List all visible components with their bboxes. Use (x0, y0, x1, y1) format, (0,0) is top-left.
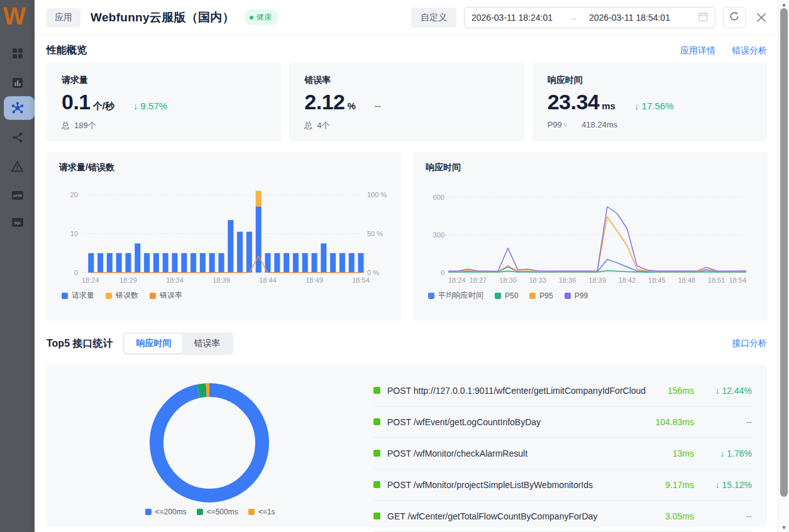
svg-text:0: 0 (441, 269, 444, 276)
endpoint-color-dot (373, 513, 380, 519)
svg-text:18:39: 18:39 (588, 276, 606, 284)
close-icon[interactable] (756, 12, 767, 23)
response-time-chart-card: 响应时间 030060018:2418:2718:3018:3318:3618:… (413, 152, 768, 321)
endpoint-row[interactable]: POST http://127.0.0.1:9011/wfCenter/getL… (373, 375, 752, 406)
svg-text:300: 300 (433, 231, 444, 239)
svg-text:100 %: 100 % (367, 191, 387, 198)
custom-range-button[interactable]: 自定义 (411, 8, 456, 28)
endpoint-list: POST http://127.0.0.1:9011/wfCenter/getL… (373, 364, 767, 528)
svg-text:18:24: 18:24 (448, 276, 466, 284)
endpoint-name: POST http://127.0.0.1:9011/wfCenter/getL… (387, 386, 660, 396)
sidebar-item-apm[interactable] (0, 100, 35, 116)
sidebar-item-dashboard[interactable] (0, 75, 35, 91)
response-time-legend: 平均响应时间P50P95P99 (426, 290, 755, 301)
svg-text:0 %: 0 % (367, 269, 379, 276)
legend-swatch (495, 293, 501, 299)
api-analysis-link[interactable]: 接口分析 (732, 338, 767, 349)
date-start-value[interactable]: 2026-03-11 18:24:01 (472, 13, 553, 23)
svg-text:18:48: 18:48 (678, 276, 695, 284)
app-overview-modal: 应用 Webfunny云服版（国内） 健康 自定义 2026-03-11 18:… (35, 0, 778, 532)
legend-item[interactable]: P95 (529, 290, 553, 301)
status-badge: 健康 (245, 9, 278, 25)
sidebar-item-links[interactable] (0, 129, 35, 146)
legend-item[interactable]: <=500ms (197, 508, 238, 516)
latency-distribution-chart[interactable] (128, 361, 291, 524)
share-icon (12, 132, 23, 143)
scrollbar[interactable]: ▲ ▼ (778, 0, 789, 532)
legend-swatch (529, 293, 536, 299)
endpoint-name: POST /wfMonitor/projectSimpleListByWebmo… (387, 480, 658, 490)
legend-item[interactable]: 错误数 (106, 290, 138, 301)
modal-header: 应用 Webfunny云服版（国内） 健康 自定义 2026-03-11 18:… (35, 0, 778, 35)
tab-response-time[interactable]: 响应时间 (124, 334, 182, 353)
tab-error-rate[interactable]: 错误率 (182, 334, 231, 353)
endpoint-row[interactable]: GET /wfCenter/getTotalFlowCountByCompany… (373, 501, 752, 532)
refresh-icon (729, 11, 739, 24)
svg-text:18:45: 18:45 (648, 276, 666, 284)
endpoint-time: 13ms (673, 448, 694, 459)
legend-item[interactable]: P99 (565, 290, 588, 301)
requests-errors-chart[interactable]: 201000 %50 %100 %18:2418:2918:3418:3918:… (59, 178, 389, 286)
endpoint-color-dot (373, 418, 380, 425)
legend-swatch (150, 293, 156, 299)
legend-swatch (197, 509, 203, 515)
endpoint-time: 9.17ms (665, 480, 694, 490)
chart-title-response-time: 响应时间 (426, 162, 755, 173)
error-analysis-link[interactable]: 错误分析 (732, 45, 767, 57)
legend-swatch (62, 293, 68, 299)
apps-icon (12, 48, 23, 59)
legend-swatch (248, 509, 255, 515)
response-time-chart[interactable]: 030060018:2418:2718:3018:3318:3618:3918:… (426, 178, 755, 286)
sidebar-item-alerts[interactable] (0, 158, 35, 175)
svg-text:18:29: 18:29 (119, 276, 137, 284)
legend-item[interactable]: P50 (495, 290, 518, 301)
top5-tab-group: 响应时间 错误率 (123, 332, 233, 355)
svg-text:18:49: 18:49 (306, 276, 323, 284)
legend-item[interactable]: 平均响应时间 (428, 290, 483, 301)
svg-text:HTTP: HTTP (13, 194, 22, 198)
svg-text:18:30: 18:30 (499, 276, 517, 284)
date-range-picker[interactable]: 2026-03-11 18:24:01 → 2026-03-11 18:54:0… (464, 7, 715, 28)
legend-item[interactable]: 错误率 (150, 290, 182, 301)
scroll-up-icon[interactable]: ▲ (778, 0, 789, 9)
sidebar-item-http[interactable]: HTTP (0, 187, 35, 204)
svg-text:20: 20 (70, 191, 78, 198)
error-rate-value: 2.12 (304, 90, 345, 114)
app-type-badge: 应用 (47, 8, 80, 27)
endpoint-change: -- (694, 417, 752, 427)
endpoint-change: -- (694, 511, 752, 521)
p99-selector[interactable]: P99 (548, 120, 562, 129)
stat-card-response-time: 响应时间 23.34 ms ↓ 17.56% P99 ∨ 418.24ms (532, 63, 767, 141)
health-dot-icon (250, 16, 253, 19)
svg-text:18:34: 18:34 (166, 276, 184, 284)
app-detail-link[interactable]: 应用详情 (680, 45, 715, 57)
svg-text:600: 600 (433, 193, 444, 201)
endpoint-row[interactable]: POST /wfMonitor/checkAlarmResult13ms↓ 1.… (373, 438, 752, 469)
legend-item[interactable]: <=200ms (145, 508, 187, 516)
response-time-value: 23.34 (548, 90, 600, 114)
latency-distribution-legend: <=200ms<=500ms<=1s (47, 508, 373, 516)
scroll-down-icon[interactable]: ▼ (778, 523, 789, 532)
bar-chart-icon (12, 77, 23, 89)
legend-swatch (145, 509, 152, 515)
network-icon (11, 102, 24, 114)
refresh-button[interactable] (723, 7, 746, 28)
endpoint-row[interactable]: POST /wfEvent/getLogCountInfoByDay104.83… (373, 406, 752, 438)
legend-item[interactable]: <=1s (248, 508, 275, 516)
endpoint-color-dot (373, 481, 380, 488)
section-title-top5: Top5 接口统计 (47, 337, 113, 350)
endpoint-row[interactable]: POST /wfMonitor/projectSimpleListByWebmo… (373, 469, 752, 501)
scrollbar-thumb[interactable] (780, 8, 788, 497)
date-end-value[interactable]: 2026-03-11 18:54:01 (589, 13, 670, 23)
requests-change: ↓ 9.57% (133, 100, 167, 111)
svg-text:18:42: 18:42 (619, 276, 636, 284)
svg-text:18:39: 18:39 (212, 276, 230, 284)
legend-item[interactable]: 请求量 (62, 290, 94, 301)
endpoint-change: ↓ 12.44% (694, 386, 752, 396)
svg-text:50 %: 50 % (367, 230, 383, 237)
sidebar-item-apps[interactable] (0, 45, 35, 62)
legend-swatch (565, 293, 571, 299)
svg-text:0: 0 (74, 269, 78, 276)
sidebar-item-sql[interactable]: SQL (0, 214, 35, 231)
alert-icon (11, 161, 23, 172)
